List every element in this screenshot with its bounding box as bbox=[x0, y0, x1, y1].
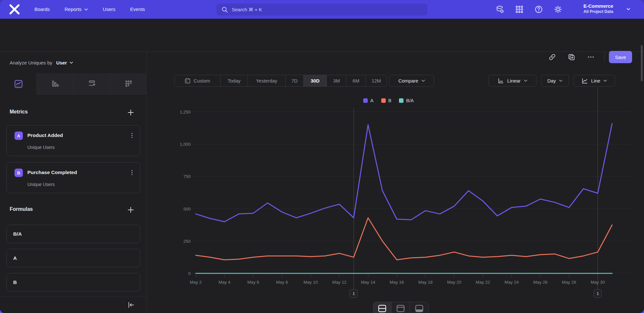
range-today[interactable]: Today bbox=[221, 75, 248, 86]
nav-item-label: Users bbox=[103, 0, 115, 19]
x-axis-tick-label: May 14 bbox=[361, 280, 375, 285]
analyze-label: Analyze Uniques by bbox=[10, 60, 52, 65]
chevron-down-icon bbox=[524, 80, 527, 82]
range-6m[interactable]: 6M bbox=[346, 75, 366, 86]
legend-item-a[interactable]: A bbox=[363, 98, 374, 103]
legend-item-ba[interactable]: B/A bbox=[399, 98, 413, 103]
nav-item-reports[interactable]: Reports bbox=[57, 0, 96, 19]
data-sources-icon[interactable] bbox=[496, 5, 504, 14]
range-yesterday[interactable]: Yesterday bbox=[248, 75, 286, 86]
nav-icon-group bbox=[496, 0, 562, 19]
range-12m[interactable]: 12M bbox=[366, 75, 387, 86]
tab-flow[interactable] bbox=[73, 73, 110, 94]
add-formula-button[interactable] bbox=[127, 206, 135, 214]
range-label: 7D bbox=[291, 78, 298, 83]
mixpanel-logo-icon[interactable] bbox=[8, 4, 21, 15]
range-7d[interactable]: 7D bbox=[286, 75, 304, 86]
layout-split-view-button[interactable] bbox=[373, 302, 392, 313]
vertical-scrollbar[interactable] bbox=[641, 45, 643, 81]
search-input[interactable]: Search ⌘ + K bbox=[216, 4, 428, 15]
series-line-B bbox=[196, 218, 612, 260]
chevron-down-icon bbox=[421, 80, 425, 82]
interval-dropdown[interactable]: Day bbox=[541, 75, 569, 87]
annotation-badge[interactable]: 1 bbox=[350, 289, 358, 298]
tab-bar-chart[interactable] bbox=[37, 73, 73, 94]
sidebar-footer bbox=[0, 297, 147, 313]
x-axis-tick-label: May 4 bbox=[219, 280, 231, 285]
x-axis-tick-label: May 8 bbox=[276, 280, 288, 285]
search-placeholder: Search ⌘ + K bbox=[232, 7, 262, 13]
report-header: Untitled Save bbox=[0, 19, 644, 52]
range-label: Today bbox=[228, 78, 241, 83]
help-icon[interactable] bbox=[535, 5, 543, 14]
range-label: Yesterday bbox=[256, 78, 277, 83]
search-icon bbox=[222, 6, 228, 13]
query-sidebar: Analyze Uniques by User bbox=[0, 52, 147, 313]
range-3m[interactable]: 3M bbox=[327, 75, 346, 86]
duplicate-icon[interactable] bbox=[568, 53, 575, 61]
x-axis-tick-label: May 6 bbox=[247, 280, 259, 285]
range-label: 12M bbox=[372, 78, 381, 83]
insights-line-icon bbox=[14, 80, 23, 88]
x-axis-tick-label: May 10 bbox=[304, 280, 318, 285]
top-nav: Boards Reports Users Events Search ⌘ + K bbox=[0, 0, 644, 19]
layout-chart-top-button[interactable] bbox=[392, 302, 410, 313]
settings-gear-icon[interactable] bbox=[554, 5, 562, 14]
layout-table-bottom-button[interactable] bbox=[410, 302, 428, 313]
legend-item-b[interactable]: B bbox=[381, 98, 392, 103]
chart-legend: A B B/A bbox=[363, 98, 414, 103]
x-axis-tick-label: May 24 bbox=[505, 280, 519, 285]
compare-dropdown[interactable]: Compare bbox=[389, 75, 434, 87]
metric-name: Product Added bbox=[27, 132, 63, 138]
metric-card-b[interactable]: B Purchase Completed Unique Users bbox=[6, 162, 140, 193]
chart-type-label: Line bbox=[591, 78, 600, 83]
metric-subtitle[interactable]: Unique Users bbox=[27, 182, 55, 187]
collapse-sidebar-icon[interactable] bbox=[127, 301, 135, 309]
scale-dropdown[interactable]: Linear bbox=[488, 75, 536, 87]
save-button[interactable]: Save bbox=[609, 51, 632, 63]
y-axis-tick-label: 1,000 bbox=[161, 142, 191, 147]
project-chevron-icon[interactable] bbox=[627, 8, 630, 10]
nav-item-events[interactable]: Events bbox=[123, 0, 152, 19]
nav-item-users[interactable]: Users bbox=[95, 0, 123, 19]
formulas-heading: Formulas bbox=[10, 206, 33, 212]
project-selector[interactable]: E-Commerce All Project Data bbox=[583, 3, 613, 14]
date-range-control: Custom Today Yesterday 7D 30D 3M 6M 12M bbox=[174, 75, 387, 87]
bar-chart-icon bbox=[51, 79, 60, 88]
line-chart-icon bbox=[582, 78, 588, 84]
apps-grid-icon[interactable] bbox=[515, 5, 524, 14]
tab-insights-line[interactable] bbox=[0, 73, 37, 94]
ellipsis-icon[interactable] bbox=[587, 53, 595, 61]
tab-retention-dots[interactable] bbox=[110, 73, 147, 94]
formula-card[interactable]: B/A bbox=[6, 225, 140, 243]
x-axis-tick-label: May 20 bbox=[447, 280, 461, 285]
formula-card[interactable]: B bbox=[6, 273, 140, 291]
layout-header-icon bbox=[396, 305, 405, 312]
annotation-badge[interactable]: 1 bbox=[594, 289, 602, 298]
metric-badge: B bbox=[14, 169, 23, 177]
interval-label: Day bbox=[547, 78, 556, 83]
metric-subtitle[interactable]: Unique Users bbox=[27, 145, 55, 150]
link-icon[interactable] bbox=[548, 53, 556, 61]
range-label: 30D bbox=[311, 78, 320, 83]
metric-card-a[interactable]: A Product Added Unique Users bbox=[6, 125, 140, 156]
y-axis-tick-label: 250 bbox=[161, 239, 191, 243]
nav-item-label: Events bbox=[130, 0, 145, 19]
range-custom[interactable]: Custom bbox=[175, 75, 221, 86]
formula-card[interactable]: A bbox=[6, 249, 140, 267]
primary-nav: Boards Reports Users Events bbox=[27, 0, 152, 19]
y-axis-tick-label: 500 bbox=[161, 206, 191, 211]
x-axis-tick-label: May 16 bbox=[390, 280, 404, 285]
kebab-menu-icon[interactable] bbox=[128, 169, 136, 176]
analyze-by-dropdown[interactable]: User bbox=[56, 60, 73, 65]
flow-icon bbox=[88, 79, 96, 88]
add-metric-button[interactable] bbox=[127, 109, 135, 116]
y-axis-tick-label: 0 bbox=[161, 271, 191, 276]
range-30d-selected[interactable]: 30D bbox=[304, 75, 327, 86]
series-line-A bbox=[196, 123, 612, 222]
kebab-menu-icon[interactable] bbox=[128, 132, 136, 139]
scale-label: Linear bbox=[507, 78, 521, 83]
nav-item-boards[interactable]: Boards bbox=[27, 0, 57, 19]
chart-type-dropdown[interactable]: Line bbox=[573, 75, 615, 87]
x-axis-tick-label: May 22 bbox=[476, 280, 490, 285]
